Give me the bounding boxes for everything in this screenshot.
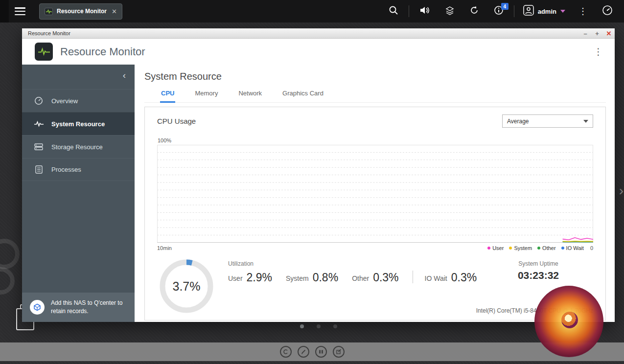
pager-dot[interactable]: [300, 324, 304, 328]
more-options-button[interactable]: ⋮: [571, 0, 595, 23]
overview-gauge-icon: [34, 96, 44, 105]
bottom-dock: [0, 342, 624, 361]
tab-bar: CPU Memory Network Graphics Card: [144, 90, 606, 103]
pen-circle-icon[interactable]: [298, 346, 309, 358]
cpu-stats-row: 3.7% Utilization User 2.9% System: [157, 259, 593, 313]
chart-legend: User System Other IO Wait: [487, 245, 584, 251]
app-tab-resource-monitor[interactable]: Resource Monitor ✕: [39, 3, 122, 20]
legend-dot: [537, 247, 540, 250]
card-title: CPU Usage: [157, 117, 196, 125]
next-screen-chevron-icon[interactable]: ›: [619, 184, 624, 198]
main-content: System Resource CPU Memory Network Graph…: [135, 65, 615, 322]
pager-dot[interactable]: [333, 324, 337, 328]
sidebar-item-overview[interactable]: Overview: [22, 89, 135, 112]
search-button[interactable]: [381, 0, 406, 23]
sidebar-item-label: Processes: [51, 166, 81, 173]
resource-monitor-app-icon: [35, 43, 53, 61]
taskbar-edge: [0, 0, 9, 23]
sidebar-nav: Overview System Resource Storage Resourc…: [22, 89, 135, 181]
chevron-down-icon: [560, 10, 565, 13]
stat-io-wait: IO Wait 0.3%: [425, 271, 477, 284]
stat-line: User 2.9% System 0.8% Other 0.3%: [228, 271, 490, 284]
legend-item-system: System: [509, 245, 532, 251]
close-icon[interactable]: ✕: [112, 8, 117, 15]
legend-item-other: Other: [537, 245, 556, 251]
notifications-button[interactable]: 4: [486, 0, 511, 23]
pager-dot[interactable]: [317, 324, 321, 328]
speaker-icon: [419, 6, 430, 17]
layers-icon: [445, 6, 455, 17]
app-title: Resource Monitor: [60, 46, 145, 58]
refresh-icon: [469, 5, 479, 17]
dashboard-button[interactable]: [595, 0, 620, 23]
legend-dot: [509, 247, 512, 250]
legend-dot: [561, 247, 564, 250]
gauge-icon: [602, 5, 613, 18]
chart-footer: 10min User System Other IO Wait 0: [157, 245, 593, 251]
tab-network[interactable]: Network: [237, 90, 263, 103]
app-options-kebab-icon[interactable]: ⋮: [590, 44, 607, 59]
system-uptime: System Uptime 03:23:32: [518, 259, 559, 281]
average-select[interactable]: Average: [502, 114, 593, 128]
columns-circle-icon[interactable]: [315, 346, 327, 358]
search-icon: [389, 5, 398, 17]
kebab-icon: ⋮: [578, 7, 587, 16]
username-label: admin: [538, 8, 556, 15]
sync-status-button[interactable]: [462, 0, 486, 23]
swirl-watermark: [534, 286, 603, 357]
window-controls: – + ✕: [579, 28, 615, 38]
sidebar-item-label: Overview: [51, 97, 78, 105]
chevron-down-icon: [583, 120, 588, 123]
sidebar: ‹ Overview System Resource: [22, 65, 135, 322]
volume-button[interactable]: [412, 0, 438, 23]
legend-item-io-wait: IO Wait: [561, 245, 584, 251]
app-tab-label: Resource Monitor: [57, 8, 107, 15]
utilization-stats: Utilization User 2.9% System 0.8%: [228, 259, 490, 284]
sidebar-item-label: System Resource: [51, 120, 105, 128]
disk-stack-icon: [34, 143, 44, 151]
taskbar: Resource Monitor ✕: [0, 0, 624, 23]
resource-monitor-window: Resource Monitor – + ✕ Resource Monitor …: [22, 28, 615, 322]
sidebar-item-system-resource[interactable]: System Resource: [22, 112, 135, 135]
legend-dot: [487, 247, 490, 250]
stat-divider: [413, 271, 413, 283]
sidebar-item-processes[interactable]: Processes: [22, 158, 135, 181]
qcenter-note: Add this NAS to Q'center to retain recor…: [51, 299, 127, 316]
cpu-usage-gauge: 3.7%: [160, 259, 213, 313]
tab-memory[interactable]: Memory: [194, 90, 219, 103]
qcenter-banner[interactable]: Add this NAS to Q'center to retain recor…: [22, 293, 135, 322]
resource-monitor-icon: [45, 8, 53, 15]
sidebar-collapse-chevron-icon[interactable]: ‹: [123, 70, 126, 80]
stat-other: Other 0.3%: [352, 271, 398, 284]
tab-cpu[interactable]: CPU: [160, 90, 175, 103]
maximize-icon[interactable]: +: [591, 28, 603, 38]
wallpaper-circle-decoration: [0, 267, 15, 295]
window-body: ‹ Overview System Resource: [22, 65, 615, 322]
user-menu[interactable]: admin: [517, 5, 571, 18]
desktop: › Resource Monitor ✕: [0, 0, 624, 364]
taskbar-divider: [409, 5, 409, 17]
desktop-pager: [22, 324, 615, 328]
tab-graphics-card[interactable]: Graphics Card: [281, 90, 324, 103]
background-tasks-button[interactable]: [438, 0, 462, 23]
minimize-icon[interactable]: –: [579, 28, 591, 38]
x-axis-right-label: 0: [590, 245, 593, 251]
circle-c-icon[interactable]: [280, 346, 292, 358]
pulse-icon: [34, 120, 44, 127]
legend-item-user: User: [487, 245, 504, 251]
uptime-label: System Uptime: [518, 260, 559, 267]
close-icon[interactable]: ✕: [603, 28, 615, 38]
user-avatar-icon: [523, 5, 534, 18]
page-title: System Resource: [144, 71, 606, 82]
window-titlebar[interactable]: Resource Monitor – + ✕: [22, 28, 615, 39]
x-axis-left-label: 10min: [157, 245, 172, 251]
cpu-usage-card: CPU Usage Average 100% 10min User System: [144, 107, 606, 320]
window-titlebar-title: Resource Monitor: [28, 30, 70, 36]
compose-circle-icon[interactable]: [333, 346, 345, 358]
sidebar-item-storage-resource[interactable]: Storage Resource: [22, 135, 135, 158]
utilization-label: Utilization: [228, 260, 490, 267]
card-header: CPU Usage Average: [157, 114, 593, 128]
qcenter-icon: [30, 300, 45, 315]
sidebar-item-label: Storage Resource: [51, 143, 103, 151]
main-menu-button[interactable]: [15, 7, 25, 15]
